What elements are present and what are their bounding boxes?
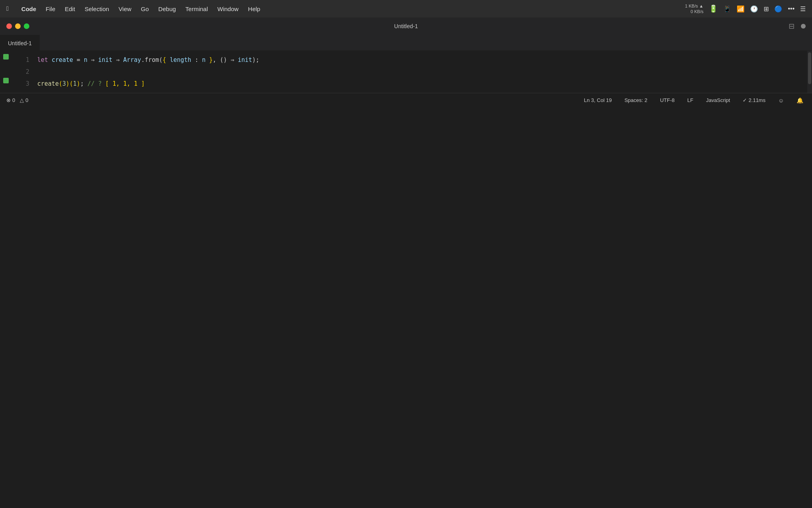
- apple-logo-icon: : [6, 5, 9, 12]
- tab-bar: Untitled-1 ⊟: [0, 17, 812, 35]
- dirty-indicator: [801, 24, 806, 29]
- status-bar: ⊗ 0 △ 0 Ln 3, Col 19 Spaces: 2 UTF-8 LF …: [0, 93, 812, 107]
- code-line-1: let create = n ⇒ init ⇒ Array.from({ len…: [36, 54, 807, 66]
- maximize-button[interactable]: [24, 23, 29, 29]
- file-tab-label: Untitled-1: [8, 40, 32, 46]
- warning-icon: △: [20, 97, 24, 103]
- menu-edit[interactable]: Edit: [60, 4, 80, 14]
- menu-bar-right: 1 KB/s ▲0 KB/s 🔋 📱 📶 🕐 ⊞ 🔵 ••• ☰: [685, 3, 806, 15]
- status-errors[interactable]: ⊗ 0 △ 0: [6, 97, 28, 103]
- error-icon: ⊗: [6, 97, 11, 103]
- traffic-lights: [6, 23, 29, 29]
- battery-icon: 🔋: [709, 4, 718, 13]
- status-right: Ln 3, Col 19 Spaces: 2 UTF-8 LF JavaScri…: [582, 96, 806, 104]
- debug-dot-line1: [3, 54, 9, 60]
- clock-icon: 🕐: [750, 5, 758, 13]
- menu-code[interactable]: Code: [17, 4, 41, 14]
- status-spaces[interactable]: Spaces: 2: [622, 96, 650, 104]
- menu-debug[interactable]: Debug: [153, 4, 180, 14]
- status-timing[interactable]: ✓ 2.11ms: [740, 96, 768, 104]
- editor-controls: ⊟: [789, 22, 806, 31]
- status-cursor-position[interactable]: Ln 3, Col 19: [582, 96, 614, 104]
- finder-icon: 🔵: [774, 5, 782, 13]
- status-encoding[interactable]: UTF-8: [658, 96, 677, 104]
- status-left: ⊗ 0 △ 0: [6, 97, 28, 103]
- line-number-3: 3: [12, 78, 29, 90]
- menu-bar:  Code File Edit Selection View Go Debug…: [0, 0, 812, 17]
- menu-help[interactable]: Help: [243, 4, 265, 14]
- line-number-2: 2: [12, 66, 29, 78]
- status-notification-icon[interactable]: 🔔: [794, 96, 806, 104]
- more-icon: •••: [788, 5, 795, 12]
- menu-window[interactable]: Window: [213, 4, 243, 14]
- split-editor-icon[interactable]: ⊟: [789, 22, 795, 31]
- error-count: 0: [12, 97, 15, 103]
- menu-selection[interactable]: Selection: [80, 4, 114, 14]
- code-line-3: create(3)(1); // ? [ 1, 1, 1 ]: [36, 78, 807, 90]
- close-button[interactable]: [6, 23, 12, 29]
- scrollbar-thumb: [808, 52, 811, 84]
- window-title: Untitled-1: [394, 23, 418, 29]
- minimize-button[interactable]: [15, 23, 21, 29]
- status-language[interactable]: JavaScript: [704, 96, 733, 104]
- network-speed: 1 KB/s ▲0 KB/s: [685, 3, 703, 15]
- wifi-icon: 📶: [737, 5, 745, 13]
- line-numbers: 1 2 3: [12, 51, 36, 93]
- warning-count: 0: [25, 97, 28, 103]
- debug-gutter: [0, 51, 12, 93]
- file-tab-bar: Untitled-1: [0, 35, 812, 51]
- list-icon: ☰: [800, 5, 806, 13]
- menu-view[interactable]: View: [114, 4, 136, 14]
- iphone-icon: 📱: [723, 5, 731, 13]
- menu-terminal[interactable]: Terminal: [181, 4, 213, 14]
- status-eol[interactable]: LF: [685, 96, 696, 104]
- status-smiley-icon[interactable]: ☺: [776, 96, 786, 104]
- file-tab-untitled[interactable]: Untitled-1: [0, 35, 40, 51]
- controlcenter-icon: ⊞: [764, 5, 769, 13]
- editor-scrollbar[interactable]: [807, 51, 812, 93]
- menu-items: Code File Edit Selection View Go Debug T…: [17, 4, 685, 14]
- menu-file[interactable]: File: [41, 4, 60, 14]
- code-content[interactable]: let create = n ⇒ init ⇒ Array.from({ len…: [36, 51, 807, 93]
- code-editor[interactable]: 1 2 3 let create = n ⇒ init ⇒ Array.from…: [0, 51, 812, 93]
- code-line-2: [36, 66, 807, 78]
- menu-go[interactable]: Go: [136, 4, 153, 14]
- debug-dot-line3: [3, 78, 9, 83]
- line-number-1: 1: [12, 54, 29, 66]
